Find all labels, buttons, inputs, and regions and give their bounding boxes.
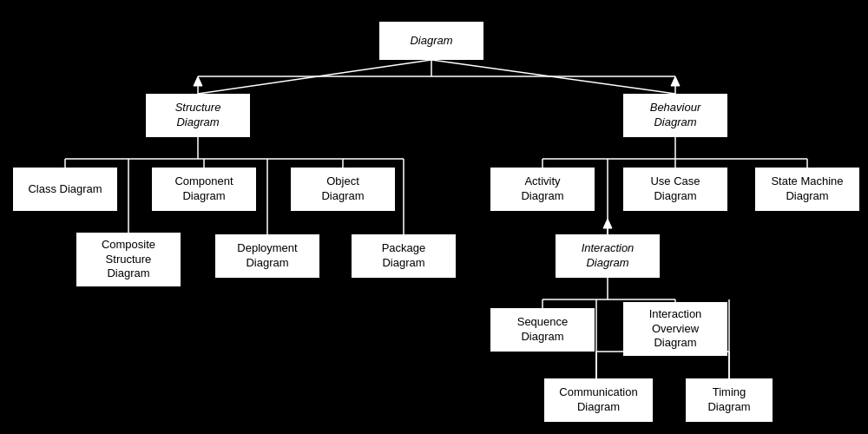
package-diagram-box: PackageDiagram [352, 234, 456, 278]
structure-diagram-box: StructureDiagram [146, 94, 250, 137]
svg-marker-21 [603, 219, 612, 228]
component-diagram-box: ComponentDiagram [152, 168, 256, 211]
interaction-diagram-box: InteractionDiagram [556, 234, 660, 278]
deployment-diagram-box: DeploymentDiagram [215, 234, 319, 278]
class-diagram-box: Class Diagram [13, 168, 117, 211]
behaviour-diagram-box: BehaviourDiagram [623, 94, 727, 137]
svg-marker-3 [671, 76, 680, 86]
svg-line-1 [431, 60, 675, 94]
communication-diagram-box: CommunicationDiagram [544, 378, 653, 422]
diagram-box: Diagram [379, 22, 483, 60]
timing-diagram-box: TimingDiagram [686, 378, 773, 422]
sequence-diagram-box: SequenceDiagram [490, 308, 595, 352]
svg-marker-2 [194, 76, 202, 86]
state-machine-diagram-box: State MachineDiagram [755, 168, 859, 211]
use-case-diagram-box: Use CaseDiagram [623, 168, 727, 211]
object-diagram-box: ObjectDiagram [291, 168, 395, 211]
composite-structure-diagram-box: CompositeStructureDiagram [76, 233, 181, 286]
interaction-overview-diagram-box: InteractionOverviewDiagram [623, 302, 727, 356]
activity-diagram-box: ActivityDiagram [490, 168, 595, 211]
svg-line-0 [198, 60, 431, 94]
